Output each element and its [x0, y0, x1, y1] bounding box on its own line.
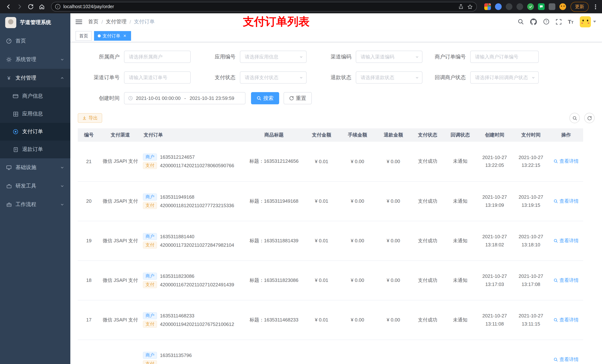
sidebar-item-system[interactable]: 系统管理	[0, 50, 70, 69]
merchant-order-no-input[interactable]	[470, 51, 539, 63]
cell-actions: 查看详情	[549, 340, 583, 364]
bookmark-star-icon[interactable]	[467, 4, 473, 10]
tag-close-icon[interactable]: ×	[122, 33, 127, 39]
export-button[interactable]: 导出	[78, 113, 102, 123]
sidebar-item-merchant-info[interactable]: 商户信息	[0, 87, 70, 105]
cell-channel	[100, 340, 141, 364]
channel-order-no-input[interactable]	[124, 71, 191, 83]
toggle-search-button[interactable]	[570, 113, 580, 123]
merchant-order-no: 163531135796	[160, 352, 192, 358]
view-detail-link[interactable]: 查看详情	[553, 158, 579, 165]
fullscreen-icon[interactable]	[556, 19, 561, 25]
font-size-icon[interactable]: TT	[568, 19, 573, 25]
cell-create-time	[476, 340, 513, 364]
browser-reload-button[interactable]	[26, 2, 35, 11]
search-icon[interactable]	[517, 19, 524, 25]
pay-status-select[interactable]	[240, 71, 307, 83]
refresh-table-button[interactable]	[584, 113, 595, 123]
sidebar-item-label: 工作流程	[16, 201, 36, 208]
refund-status-select[interactable]	[356, 71, 422, 83]
notify-status-select[interactable]	[470, 71, 539, 83]
sidebar-item-app-info[interactable]: 应用信息	[0, 105, 70, 123]
hamburger-icon[interactable]	[75, 20, 82, 24]
channel-code-select[interactable]	[356, 51, 422, 63]
sidebar-item-devtools[interactable]: 研发工具	[0, 177, 70, 195]
sidebar-item-workflow[interactable]: 工作流程	[0, 195, 70, 214]
browser-update-button[interactable]: 更新	[570, 2, 589, 12]
col-fee-amount: 手续金额	[340, 128, 376, 142]
reset-button[interactable]: 重置	[284, 92, 312, 104]
cell-pay-status: 支付成功	[411, 300, 444, 340]
app-no-select[interactable]	[240, 51, 307, 63]
page-content: 所属商户 应用编号 渠道编码	[70, 42, 602, 364]
filter-form: 所属商户 应用编号 渠道编码	[78, 51, 595, 104]
toolbox-icon	[6, 183, 12, 189]
caret-down-icon	[593, 21, 596, 22]
view-detail-link[interactable]: 查看详情	[553, 198, 579, 204]
breadcrumb-home[interactable]: 首页	[88, 18, 98, 25]
cell-actions: 查看详情	[549, 221, 583, 260]
extension-dark-icon[interactable]	[506, 3, 512, 10]
create-time-range-input[interactable]: 2021-10-01 00:00:00 - 2021-10-31 23:59:5…	[124, 92, 246, 104]
sidebar-item-infra[interactable]: 基础设施	[0, 158, 70, 177]
browser-menu-icon[interactable]	[592, 4, 598, 9]
breadcrumb-separator: /	[101, 19, 103, 25]
address-bar[interactable]: i localhost:1024/pay/order	[51, 2, 477, 11]
table-body: 21 微信 JSAPI 支付 商户 1635312124657 支付 42000…	[78, 142, 583, 364]
extension-blue-icon[interactable]	[495, 3, 502, 10]
sidebar-item-pay[interactable]: ¥ 支付管理	[0, 69, 70, 87]
gear-icon	[6, 57, 12, 62]
pay-badge: 支付	[143, 321, 157, 328]
breadcrumb: 首页 / 支付管理 / 支付订单	[88, 18, 155, 25]
extension-puzzle-icon[interactable]	[549, 3, 555, 10]
document-icon	[13, 146, 19, 152]
breadcrumb-section[interactable]: 支付管理	[106, 18, 127, 25]
chevron-down-icon	[60, 165, 64, 170]
merchant-order-no: 1635311823086	[160, 273, 194, 279]
browser-profile-avatar[interactable]	[559, 3, 566, 10]
view-detail-link[interactable]: 查看详情	[553, 316, 579, 323]
user-menu[interactable]	[580, 16, 596, 27]
extension-colorful-icon[interactable]: 10	[484, 3, 491, 10]
pay-badge: 支付	[143, 202, 157, 209]
cell-channel: 微信 JSAPI 支付	[100, 300, 141, 340]
cell-pay-time: 2021-10-27 13:18:10	[513, 221, 549, 260]
cell-pay-amount: ¥ 0.01	[304, 300, 340, 340]
sidebar-item-pay-order[interactable]: 支付订单	[0, 123, 70, 141]
browser-back-button[interactable]	[4, 2, 13, 11]
chevron-up-icon	[60, 76, 64, 80]
extension-dark2-icon[interactable]	[516, 3, 523, 10]
cell-pay-amount: ¥ 0.01	[304, 221, 340, 260]
help-icon[interactable]: ?	[543, 19, 549, 25]
sidebar-item-home[interactable]: 首页	[0, 32, 70, 50]
app-logo[interactable]: 芋道管理系统	[0, 13, 70, 32]
view-detail-link[interactable]: 查看详情	[553, 277, 579, 283]
cell-fee-amount: ¥ 0.00	[340, 300, 376, 340]
search-button[interactable]: 搜索	[251, 92, 279, 104]
site-info-icon[interactable]: i	[55, 4, 60, 9]
briefcase-icon	[6, 202, 12, 208]
filter-label-pay-status: 支付状态	[202, 74, 240, 81]
pay-badge: 支付	[143, 360, 157, 364]
extension-check-icon[interactable]	[527, 3, 534, 10]
url-text: localhost:1024/pay/order	[63, 4, 114, 9]
table-header-row: 编号 支付渠道 支付订单 商品标题 支付金额 手续金额 退款金额 支付状态 回调…	[78, 128, 583, 142]
github-icon[interactable]	[530, 18, 537, 25]
grid-icon	[13, 111, 19, 117]
sidebar-item-label: 退款订单	[22, 146, 43, 153]
view-detail-link[interactable]: 查看详情	[553, 237, 579, 244]
browser-forward-button[interactable]	[15, 2, 24, 11]
share-icon[interactable]	[458, 4, 463, 9]
extension-chat-icon[interactable]	[538, 3, 545, 10]
col-notify-status: 回调状态	[444, 128, 476, 142]
browser-home-button[interactable]	[37, 2, 47, 11]
tag-pay-order[interactable]: 支付订单 ×	[94, 31, 131, 41]
cell-channel: 微信 JSAPI 支付	[100, 142, 141, 181]
tag-home[interactable]: 首页	[75, 31, 92, 41]
merchant-input[interactable]	[124, 51, 191, 63]
filter-label-refund-status: 退款状态	[318, 74, 356, 81]
cell-create-time: 2021-10-27 13:19:09	[476, 181, 513, 221]
page-annotation: 支付订单列表	[243, 14, 310, 29]
sidebar-item-refund-order[interactable]: 退款订单	[0, 141, 70, 158]
view-detail-link[interactable]: 查看详情	[553, 356, 579, 363]
